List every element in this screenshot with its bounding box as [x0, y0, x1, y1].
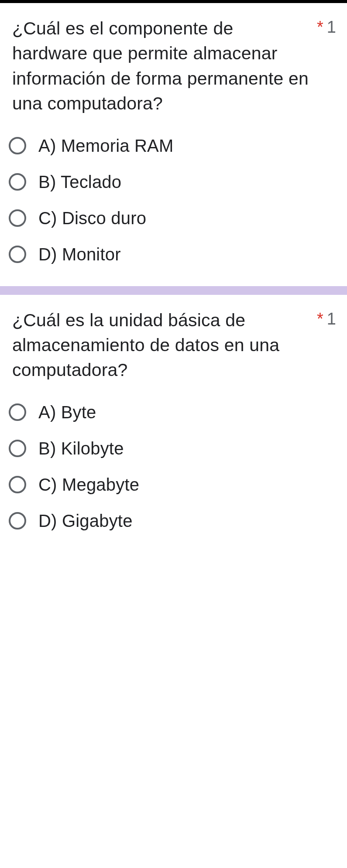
card-separator [0, 286, 347, 295]
question-card-2: ¿Cuál es la unidad básica de almacenamie… [0, 295, 347, 548]
option-b[interactable]: B) Teclado [9, 172, 336, 192]
option-label: C) Megabyte [38, 475, 139, 495]
option-c[interactable]: C) Megabyte [9, 475, 336, 495]
radio-icon [9, 173, 26, 191]
option-d[interactable]: D) Gigabyte [9, 511, 336, 531]
radio-icon [9, 512, 26, 530]
radio-icon [9, 137, 26, 154]
option-a[interactable]: A) Memoria RAM [9, 136, 336, 156]
top-bar [0, 0, 347, 3]
option-label: C) Disco duro [38, 208, 146, 228]
required-mark-icon: * [317, 18, 323, 37]
option-c[interactable]: C) Disco duro [9, 208, 336, 228]
points-label: 1 [327, 310, 336, 328]
question-header: ¿Cuál es el componente de hardware que p… [9, 16, 336, 116]
question-text: ¿Cuál es la unidad básica de almacenamie… [9, 308, 310, 383]
radio-icon [9, 440, 26, 457]
required-mark-icon: * [317, 310, 323, 328]
option-label: B) Kilobyte [38, 439, 124, 458]
question-header: ¿Cuál es la unidad básica de almacenamie… [9, 308, 336, 383]
option-label: A) Memoria RAM [38, 136, 174, 156]
question-card-1: ¿Cuál es el componente de hardware que p… [0, 3, 347, 282]
option-label: D) Monitor [38, 245, 121, 264]
option-label: B) Teclado [38, 172, 121, 192]
radio-icon [9, 246, 26, 263]
radio-icon [9, 209, 26, 227]
required-points: * 1 [317, 308, 336, 328]
option-b[interactable]: B) Kilobyte [9, 439, 336, 458]
points-label: 1 [327, 18, 336, 37]
option-label: A) Byte [38, 403, 96, 422]
radio-icon [9, 476, 26, 493]
options-group: A) Byte B) Kilobyte C) Megabyte D) Gigab… [9, 403, 336, 531]
required-points: * 1 [317, 16, 336, 37]
option-a[interactable]: A) Byte [9, 403, 336, 422]
question-text: ¿Cuál es el componente de hardware que p… [9, 16, 310, 116]
option-label: D) Gigabyte [38, 511, 133, 531]
options-group: A) Memoria RAM B) Teclado C) Disco duro … [9, 136, 336, 264]
option-d[interactable]: D) Monitor [9, 245, 336, 264]
radio-icon [9, 403, 26, 421]
